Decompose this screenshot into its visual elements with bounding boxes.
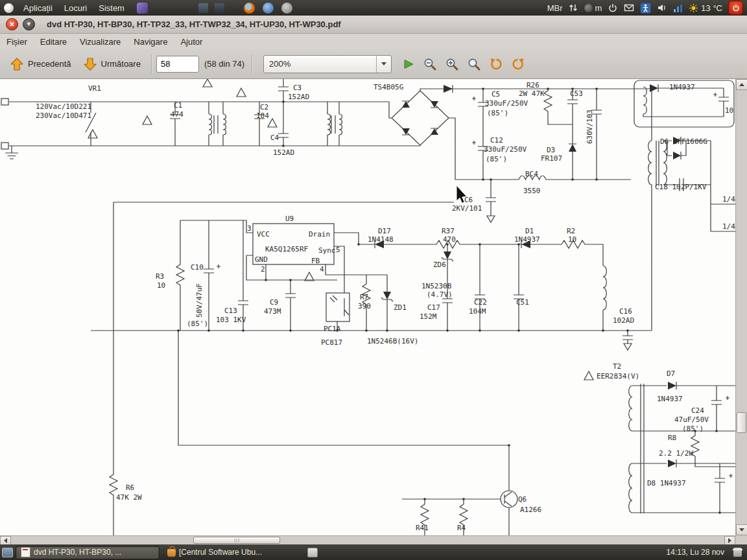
- zoom-dropdown-button[interactable]: [376, 56, 391, 73]
- schematic-label: U9: [285, 215, 294, 223]
- schematic-label: 10: [725, 106, 733, 115]
- horizontal-scroll-handle[interactable]: [193, 537, 280, 544]
- next-page-button[interactable]: Următoare: [77, 54, 147, 75]
- menu-file[interactable]: Fișier: [0, 35, 34, 49]
- scroll-up-button[interactable]: [736, 79, 747, 90]
- schematic-label: R4: [457, 524, 466, 532]
- show-desktop-icon[interactable]: [2, 548, 13, 557]
- schematic-label: GND: [255, 255, 268, 264]
- taskbar-window-software-center[interactable]: [Centrul Software Ubu...: [162, 546, 300, 559]
- schematic-label: 2: [261, 265, 265, 274]
- schematic-label: D6 SFF1606G: [660, 137, 707, 146]
- horizontal-scrollbar[interactable]: [0, 535, 735, 544]
- previous-page-button[interactable]: Precedentă: [4, 54, 77, 75]
- schematic-label: R6: [126, 484, 134, 492]
- rotate-left-button[interactable]: [485, 54, 507, 74]
- schematic-label: 3: [247, 224, 252, 233]
- schematic-label: 1N4148: [368, 235, 394, 244]
- shutdown-button[interactable]: [728, 1, 743, 15]
- scroll-down-button[interactable]: [736, 524, 747, 535]
- mail-icon[interactable]: [624, 3, 634, 12]
- zoom-combobox[interactable]: 200%: [263, 55, 392, 73]
- window-menu-button[interactable]: ▼: [23, 18, 35, 30]
- schematic-label: C4: [270, 134, 279, 142]
- menu-edit[interactable]: Editare: [34, 35, 73, 49]
- tray-icon[interactable]: [198, 3, 208, 13]
- schematic-label: C24: [691, 406, 704, 415]
- schematic-label: TS4B05G: [374, 83, 403, 91]
- transistor-q6: [501, 491, 517, 508]
- menu-navigate[interactable]: Navigare: [127, 35, 174, 49]
- schematic-label: 1N4937: [669, 83, 695, 91]
- search-button[interactable]: [463, 54, 485, 74]
- schematic-label: R41: [416, 524, 429, 532]
- zoom-in-button[interactable]: [441, 54, 463, 74]
- schematic-label: C51: [516, 298, 529, 307]
- page-count-label: (58 din 74): [204, 59, 244, 69]
- schematic-label: BC4: [525, 170, 538, 178]
- messaging-icon: [584, 4, 593, 12]
- pdf-page[interactable]: VR1120Vac/10D221230Vac/10D471C1474C2104C…: [0, 79, 735, 535]
- tray-icon[interactable]: [215, 3, 224, 13]
- schematic-label: D17: [378, 227, 391, 235]
- scroll-left-button[interactable]: [0, 536, 11, 545]
- schematic-label: PC1A: [324, 325, 341, 333]
- schematic-label: 120Vac/10D221: [36, 102, 91, 111]
- menu-system[interactable]: Sistem: [93, 1, 130, 15]
- schematic-label: C2: [260, 103, 268, 111]
- expand-button[interactable]: [398, 55, 419, 73]
- firefox-icon[interactable]: [244, 3, 255, 14]
- diode-symbols: [375, 84, 681, 467]
- schematic-label: Sync: [318, 246, 336, 255]
- toolbar-separator: [151, 54, 152, 74]
- schematic-label: 1N4937: [514, 235, 540, 244]
- rotate-right-icon: [511, 57, 525, 71]
- page-number-input[interactable]: [156, 56, 199, 73]
- zoom-out-button[interactable]: [419, 54, 441, 74]
- down-arrow-icon: [83, 57, 97, 71]
- network-icon[interactable]: [568, 3, 578, 13]
- schematic-label: 10: [568, 235, 576, 244]
- menu-view[interactable]: Vizualizare: [73, 35, 127, 49]
- schematic-label: 230Vac/10D471: [36, 111, 91, 120]
- accessibility-icon[interactable]: [640, 3, 651, 14]
- schematic-label: 152AD: [288, 93, 309, 101]
- schematic-label: R8: [668, 434, 676, 442]
- rotate-right-button[interactable]: [507, 54, 529, 74]
- close-button[interactable]: ✕: [6, 18, 18, 30]
- power-icon[interactable]: [608, 3, 618, 13]
- globe-icon[interactable]: [263, 3, 274, 14]
- window-titlebar[interactable]: ✕ ▼ dvd HT-P30, HT-BP30, HT-TP32_33, HT-…: [0, 16, 747, 34]
- clock[interactable]: 14:13, Lu 28 nov: [667, 548, 724, 557]
- vertical-scroll-handle[interactable]: [737, 412, 746, 433]
- menu-applications[interactable]: Aplicații: [18, 1, 58, 15]
- schematic-svg: VR1120Vac/10D221230Vac/10D471C1474C2104C…: [0, 79, 735, 535]
- schematic-label: 152M: [420, 312, 437, 321]
- taskbar: dvd HT-P30, HT-BP30, ... [Centrul Softwa…: [0, 544, 747, 560]
- menu-help[interactable]: Ajutor: [174, 35, 209, 49]
- taskbar-window-pdf[interactable]: dvd HT-P30, HT-BP30, ...: [16, 546, 160, 559]
- taskbar-window-mini[interactable]: [302, 546, 323, 559]
- gray-app-icon[interactable]: [281, 3, 292, 14]
- schematic-label: ZD6: [433, 261, 446, 269]
- ubuntu-logo-icon[interactable]: [4, 3, 14, 13]
- schematic-label: (85'): [487, 109, 508, 117]
- green-arrow-icon: [402, 58, 415, 71]
- scroll-right-button[interactable]: [724, 536, 735, 545]
- weather-indicator[interactable]: 13 °C: [689, 3, 722, 13]
- schematic-label: C12: [490, 136, 503, 145]
- schematic-label: C13: [224, 307, 237, 315]
- app-launcher-icon[interactable]: [137, 3, 148, 14]
- messaging-indicator[interactable]: m: [584, 3, 602, 13]
- schematic-label: R26: [527, 81, 540, 89]
- menu-places[interactable]: Locuri: [58, 1, 93, 15]
- system-monitor-icon[interactable]: [673, 3, 683, 13]
- schematic-label: (85'): [486, 155, 507, 163]
- schematic-label: C22: [474, 298, 487, 307]
- ac-terminal: [1, 99, 8, 105]
- schematic-label: 5: [336, 246, 340, 254]
- volume-icon[interactable]: [657, 3, 667, 13]
- keyboard-indicator[interactable]: MBr: [547, 3, 563, 13]
- vertical-scrollbar[interactable]: [735, 79, 747, 544]
- trash-icon[interactable]: [733, 548, 742, 557]
